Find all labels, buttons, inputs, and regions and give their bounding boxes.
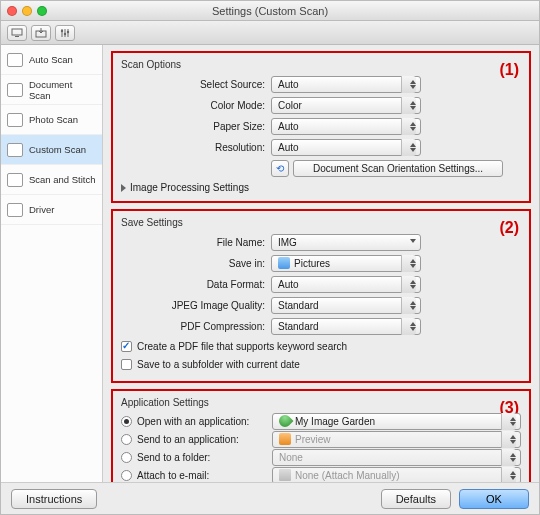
data-format-label: Data Format: bbox=[121, 279, 271, 290]
content: (1) Scan Options Select Source: Auto Col… bbox=[103, 45, 539, 482]
group-save-settings: (2) Save Settings File Name: IMG Save in… bbox=[111, 209, 531, 383]
sidebar-item-label: Scan and Stitch bbox=[29, 174, 96, 185]
keyword-pdf-checkbox[interactable] bbox=[121, 341, 132, 352]
scan-and-stitch-icon bbox=[7, 173, 23, 187]
jpeg-quality-select[interactable]: Standard bbox=[271, 297, 421, 314]
toolbar-scan-to-computer-icon[interactable] bbox=[31, 25, 51, 41]
sidebar-item-driver[interactable]: Driver bbox=[1, 195, 102, 225]
jpeg-quality-label: JPEG Image Quality: bbox=[121, 300, 271, 311]
attach-email-label: Attach to e-mail: bbox=[137, 470, 267, 481]
sidebar-item-label: Auto Scan bbox=[29, 54, 73, 65]
svg-point-8 bbox=[67, 30, 69, 32]
footer: Instructions Defaults OK bbox=[1, 482, 539, 514]
preview-app-icon bbox=[279, 433, 291, 445]
open-with-radio[interactable] bbox=[121, 416, 132, 427]
paper-size-label: Paper Size: bbox=[121, 121, 271, 132]
send-to-folder-select[interactable]: None bbox=[272, 449, 521, 466]
subfolder-label: Save to a subfolder with current date bbox=[137, 359, 300, 370]
send-to-folder-label: Send to a folder: bbox=[137, 452, 267, 463]
group-title: Save Settings bbox=[121, 217, 521, 228]
group-title: Application Settings bbox=[121, 397, 521, 408]
orientation-icon[interactable]: ⟲ bbox=[271, 160, 289, 177]
save-in-label: Save in: bbox=[121, 258, 271, 269]
svg-rect-0 bbox=[12, 29, 22, 35]
sidebar-item-label: Custom Scan bbox=[29, 144, 86, 155]
open-with-select[interactable]: My Image Garden bbox=[272, 413, 521, 430]
section-number: (1) bbox=[499, 61, 519, 79]
document-scan-icon bbox=[7, 83, 23, 97]
window-title: Settings (Custom Scan) bbox=[1, 5, 539, 17]
my-image-garden-icon bbox=[277, 413, 294, 430]
attach-email-select[interactable]: None (Attach Manually) bbox=[272, 467, 521, 483]
titlebar: Settings (Custom Scan) bbox=[1, 1, 539, 21]
select-source-select[interactable]: Auto bbox=[271, 76, 421, 93]
defaults-button[interactable]: Defaults bbox=[381, 489, 451, 509]
instructions-button[interactable]: Instructions bbox=[11, 489, 97, 509]
driver-icon bbox=[7, 203, 23, 217]
file-name-label: File Name: bbox=[121, 237, 271, 248]
photo-scan-icon bbox=[7, 113, 23, 127]
select-source-label: Select Source: bbox=[121, 79, 271, 90]
attach-email-radio[interactable] bbox=[121, 470, 132, 481]
color-mode-select[interactable]: Color bbox=[271, 97, 421, 114]
settings-window: Settings (Custom Scan) Auto Scan Documen… bbox=[0, 0, 540, 515]
keyword-pdf-label: Create a PDF file that supports keyword … bbox=[137, 341, 347, 352]
save-in-select[interactable]: Pictures bbox=[271, 255, 421, 272]
folder-icon bbox=[278, 257, 290, 269]
orientation-settings-button[interactable]: Document Scan Orientation Settings... bbox=[293, 160, 503, 177]
file-name-field[interactable]: IMG bbox=[271, 234, 421, 251]
group-scan-options: (1) Scan Options Select Source: Auto Col… bbox=[111, 51, 531, 203]
svg-point-6 bbox=[61, 29, 63, 31]
paper-size-select[interactable]: Auto bbox=[271, 118, 421, 135]
toolbar bbox=[1, 21, 539, 45]
pdf-compression-select[interactable]: Standard bbox=[271, 318, 421, 335]
group-application-settings: (3) Application Settings Open with an ap… bbox=[111, 389, 531, 482]
custom-scan-icon bbox=[7, 143, 23, 157]
sidebar-item-custom-scan[interactable]: Custom Scan bbox=[1, 135, 102, 165]
svg-rect-1 bbox=[15, 36, 19, 37]
group-title: Scan Options bbox=[121, 59, 521, 70]
sidebar-item-label: Photo Scan bbox=[29, 114, 78, 125]
pdf-compression-label: PDF Compression: bbox=[121, 321, 271, 332]
send-to-app-label: Send to an application: bbox=[137, 434, 267, 445]
sidebar-item-label: Driver bbox=[29, 204, 54, 215]
sidebar-item-photo-scan[interactable]: Photo Scan bbox=[1, 105, 102, 135]
subfolder-checkbox[interactable] bbox=[121, 359, 132, 370]
sidebar-item-label: Document Scan bbox=[29, 79, 96, 101]
toolbar-scan-from-computer-icon[interactable] bbox=[7, 25, 27, 41]
sidebar-item-document-scan[interactable]: Document Scan bbox=[1, 75, 102, 105]
disclosure-triangle-icon bbox=[121, 184, 126, 192]
sidebar-item-auto-scan[interactable]: Auto Scan bbox=[1, 45, 102, 75]
mail-icon bbox=[279, 469, 291, 481]
send-to-app-select[interactable]: Preview bbox=[272, 431, 521, 448]
toolbar-settings-icon[interactable] bbox=[55, 25, 75, 41]
send-to-folder-radio[interactable] bbox=[121, 452, 132, 463]
image-processing-settings-disclosure[interactable]: Image Processing Settings bbox=[121, 182, 521, 193]
open-with-label: Open with an application: bbox=[137, 416, 267, 427]
disclosure-label: Image Processing Settings bbox=[130, 182, 249, 193]
auto-scan-icon bbox=[7, 53, 23, 67]
body: Auto Scan Document Scan Photo Scan Custo… bbox=[1, 45, 539, 482]
data-format-select[interactable]: Auto bbox=[271, 276, 421, 293]
resolution-select[interactable]: Auto bbox=[271, 139, 421, 156]
ok-button[interactable]: OK bbox=[459, 489, 529, 509]
sidebar-item-scan-and-stitch[interactable]: Scan and Stitch bbox=[1, 165, 102, 195]
send-to-app-radio[interactable] bbox=[121, 434, 132, 445]
sidebar: Auto Scan Document Scan Photo Scan Custo… bbox=[1, 45, 103, 482]
resolution-label: Resolution: bbox=[121, 142, 271, 153]
section-number: (2) bbox=[499, 219, 519, 237]
svg-point-7 bbox=[64, 32, 66, 34]
color-mode-label: Color Mode: bbox=[121, 100, 271, 111]
